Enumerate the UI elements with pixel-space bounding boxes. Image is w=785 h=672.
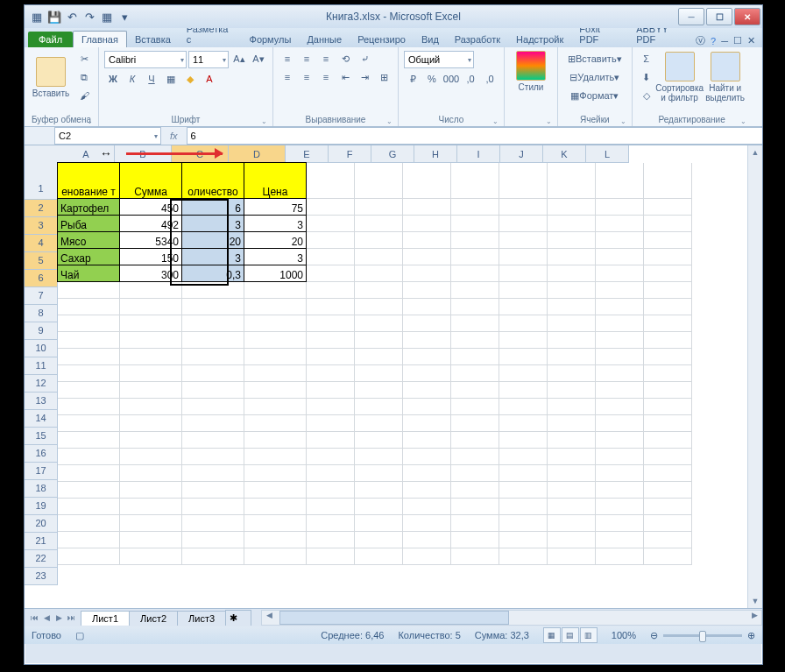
cell[interactable] [644, 382, 692, 399]
find-select-button[interactable]: Найти и выделить [704, 51, 746, 103]
cell[interactable]: 492 [119, 215, 182, 232]
cell[interactable] [548, 399, 596, 415]
tab-dev[interactable]: Разработк [447, 32, 508, 47]
cell[interactable] [644, 365, 692, 382]
font-color-icon[interactable]: A [201, 71, 218, 87]
paste-button[interactable]: Вставить [30, 51, 72, 103]
wrap-text-icon[interactable]: ⤶ [356, 51, 373, 67]
vertical-scrollbar[interactable]: ▲ ▼ [747, 145, 762, 608]
cell[interactable] [548, 415, 596, 432]
cell[interactable] [120, 465, 182, 482]
cell[interactable] [451, 515, 499, 532]
cell[interactable] [307, 249, 355, 265]
cell[interactable] [307, 482, 355, 499]
align-right-icon[interactable]: ≡ [317, 69, 335, 85]
cell[interactable] [548, 349, 596, 365]
cell[interactable] [596, 532, 644, 548]
cell[interactable] [58, 499, 120, 515]
cell[interactable] [355, 382, 403, 399]
cell[interactable] [548, 382, 596, 399]
cell[interactable] [644, 163, 692, 199]
cell[interactable] [548, 199, 596, 216]
cell[interactable] [403, 299, 451, 315]
percent-icon[interactable]: % [423, 71, 441, 87]
cell[interactable] [451, 399, 499, 415]
cell[interactable] [451, 315, 499, 332]
cell[interactable] [499, 216, 548, 232]
cell[interactable] [182, 415, 244, 432]
grow-font-icon[interactable]: A▴ [230, 51, 248, 67]
cell[interactable] [244, 449, 307, 465]
inc-decimal-icon[interactable]: ,0 [462, 71, 479, 87]
cell[interactable] [596, 216, 644, 232]
clear-icon[interactable]: ◇ [638, 88, 655, 103]
doc-minimize-icon[interactable]: ─ [721, 36, 728, 46]
cell[interactable] [548, 548, 596, 565]
cell[interactable] [120, 532, 182, 548]
cell[interactable]: 0,3 [181, 265, 244, 282]
spreadsheet-grid[interactable]: ABCDEFGHIJKL ↔ 1234567891011121314151617… [25, 145, 762, 608]
cell[interactable] [548, 482, 596, 499]
tab-data[interactable]: Данные [299, 32, 350, 47]
cell[interactable] [499, 432, 548, 449]
row-header[interactable]: 22 [25, 550, 58, 568]
underline-button[interactable]: Ч [143, 71, 160, 87]
bold-button[interactable]: Ж [104, 71, 122, 87]
cell[interactable] [499, 232, 548, 249]
minimize-button[interactable]: ─ [678, 8, 704, 25]
qat-custom-icon[interactable]: ▦ [100, 10, 114, 24]
cell[interactable] [403, 432, 451, 449]
cell[interactable] [244, 465, 307, 482]
cell[interactable] [120, 432, 182, 449]
cell[interactable] [182, 315, 244, 332]
sheet-tab[interactable]: Лист2 [129, 611, 178, 626]
row-header[interactable]: 12 [25, 375, 58, 393]
cell[interactable] [403, 382, 451, 399]
row-header[interactable]: 2 [25, 200, 58, 217]
cell[interactable] [355, 332, 403, 349]
cell[interactable] [244, 399, 307, 415]
scrollbar-thumb[interactable] [279, 611, 509, 625]
cell[interactable] [596, 515, 644, 532]
cell[interactable] [355, 432, 403, 449]
cell[interactable] [307, 449, 355, 465]
delete-cells-button[interactable]: ⊟ Удалить ▾ [563, 69, 626, 85]
cell[interactable] [182, 548, 244, 565]
cell[interactable] [499, 249, 548, 265]
cell[interactable] [499, 282, 548, 299]
sheet-tab[interactable]: Лист1 [81, 611, 130, 626]
cell[interactable] [244, 482, 307, 499]
cell[interactable] [120, 382, 182, 399]
cell[interactable] [244, 515, 307, 532]
cell[interactable] [182, 399, 244, 415]
column-header[interactable]: H [414, 145, 457, 163]
cell[interactable] [120, 282, 182, 299]
cell[interactable] [644, 532, 692, 548]
cell[interactable] [307, 299, 355, 315]
cell[interactable] [596, 415, 644, 432]
cell[interactable] [548, 365, 596, 382]
cell[interactable] [499, 332, 548, 349]
italic-button[interactable]: К [124, 71, 141, 87]
cell[interactable]: 6 [181, 198, 244, 216]
format-painter-icon[interactable]: 🖌 [75, 88, 93, 103]
cell[interactable] [499, 415, 548, 432]
cell[interactable]: Мясо [57, 231, 120, 249]
doc-restore-icon[interactable]: ☐ [733, 35, 742, 46]
cell[interactable] [182, 382, 244, 399]
tab-insert[interactable]: Вставка [127, 32, 179, 47]
fill-color-icon[interactable]: ◆ [181, 71, 199, 87]
cell[interactable] [451, 365, 499, 382]
cell[interactable] [596, 265, 644, 282]
cell[interactable] [596, 499, 644, 515]
row-header[interactable]: 10 [25, 340, 58, 357]
cell[interactable] [355, 265, 403, 282]
cell[interactable] [548, 332, 596, 349]
cell[interactable] [451, 282, 499, 299]
cell[interactable] [548, 299, 596, 315]
cell[interactable] [120, 515, 182, 532]
save-icon[interactable]: 💾 [47, 10, 61, 24]
cell[interactable] [58, 432, 120, 449]
cell[interactable] [644, 399, 692, 415]
cell[interactable] [548, 282, 596, 299]
